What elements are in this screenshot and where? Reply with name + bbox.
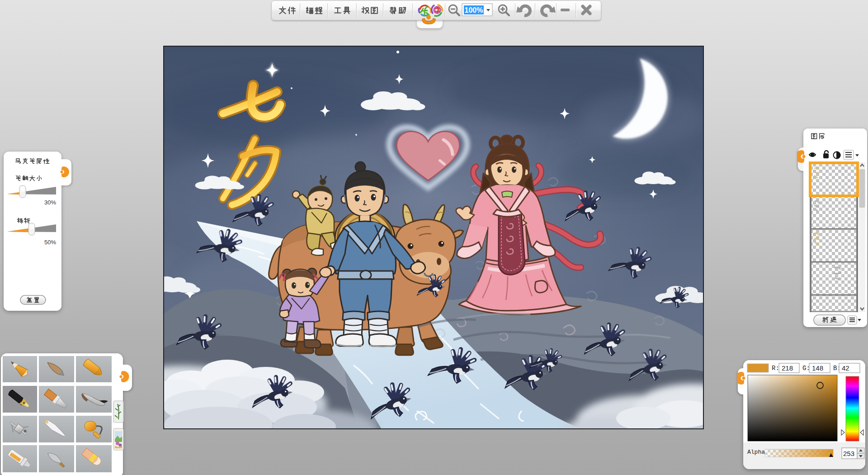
svg-text:253: 253 xyxy=(843,450,854,457)
svg-text:218: 218 xyxy=(782,364,793,372)
svg-text:G:: G: xyxy=(802,365,810,372)
svg-text:148: 148 xyxy=(812,364,823,372)
svg-text:50%: 50% xyxy=(44,239,56,246)
svg-text:30%: 30% xyxy=(44,199,56,206)
svg-text:Alpha: Alpha xyxy=(747,449,765,456)
svg-text:R:: R: xyxy=(772,365,779,372)
svg-text:42: 42 xyxy=(842,364,849,372)
svg-text:100%: 100% xyxy=(465,6,483,14)
